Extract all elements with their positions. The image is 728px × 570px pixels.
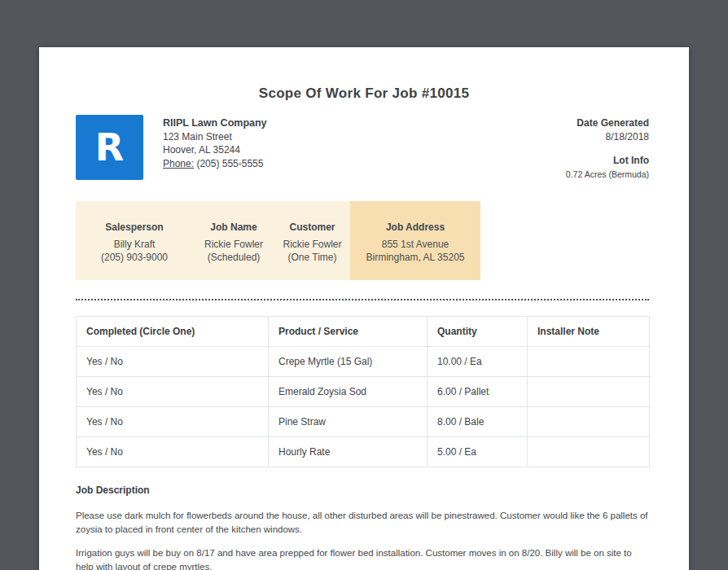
company-phone: Phone: (205) 555-5555 xyxy=(163,157,267,171)
customer-label: Customer xyxy=(274,221,350,234)
company-info-block: RIIPL Lawn Company 123 Main Street Hoove… xyxy=(163,116,267,170)
dotted-divider xyxy=(76,299,649,300)
job-description-section: Job Description Please use dark mulch fo… xyxy=(76,484,650,570)
company-name: RIIPL Lawn Company xyxy=(163,116,267,130)
job-name-column: Job Name Rickie Fowler (Scheduled) xyxy=(193,201,274,280)
date-generated-label: Date Generated xyxy=(566,116,649,130)
document-meta-block: Date Generated 8/18/2018 Lot Info 0.72 A… xyxy=(566,116,649,181)
quantity-cell: 6.00 / Pallet xyxy=(428,377,528,407)
job-info-band: Salesperson Billy Kraft (205) 903-9000 J… xyxy=(76,201,480,280)
quantity-cell: 10.00 / Ea xyxy=(428,347,528,377)
date-generated-value: 8/18/2018 xyxy=(566,130,649,144)
header-installer-note: Installer Note xyxy=(528,317,650,347)
quantity-cell: 5.00 / Ea xyxy=(428,437,528,467)
company-address-line1: 123 Main Street xyxy=(163,130,267,144)
job-description-paragraph-2: Irrigation guys will be buy on 8/17 and … xyxy=(76,546,650,570)
lot-info-value: 0.72 Acres (Bermuda) xyxy=(566,168,649,182)
completed-cell: Yes / No xyxy=(77,437,269,467)
header-product-service: Product / Service xyxy=(269,317,428,347)
completed-cell: Yes / No xyxy=(77,407,269,437)
completed-cell: Yes / No xyxy=(77,347,269,377)
installer-note-cell xyxy=(528,407,650,437)
logo-letter-icon: R xyxy=(95,125,124,169)
document-title: Scope Of Work For Job #10015 xyxy=(39,86,689,102)
customer-type: (One Time) xyxy=(274,251,350,264)
salesperson-column: Salesperson Billy Kraft (205) 903-9000 xyxy=(76,201,193,280)
scope-of-work-table: Completed (Circle One) Product / Service… xyxy=(76,316,650,467)
installer-note-cell xyxy=(528,437,650,467)
salesperson-phone: (205) 903-9000 xyxy=(76,251,193,264)
product-cell: Hourly Rate xyxy=(269,437,428,467)
salesperson-name: Billy Kraft xyxy=(76,238,193,251)
lot-info-label: Lot Info xyxy=(566,154,649,168)
installer-note-cell xyxy=(528,347,650,377)
company-logo: R xyxy=(76,115,143,180)
product-cell: Crepe Myrtle (15 Gal) xyxy=(269,347,428,377)
app-background: { "document": { "title": "Scope Of Work … xyxy=(0,0,728,570)
company-address-line2: Hoover, AL 35244 xyxy=(163,143,267,157)
customer-name: Rickie Fowler xyxy=(274,238,350,251)
header-completed: Completed (Circle One) xyxy=(77,317,269,347)
installer-note-cell xyxy=(528,377,650,407)
quantity-cell: 8.00 / Bale xyxy=(428,407,528,437)
document-page: Scope Of Work For Job #10015 R RIIPL Law… xyxy=(39,47,689,570)
job-address-line2: Birmingham, AL 35205 xyxy=(350,251,480,264)
salesperson-label: Salesperson xyxy=(76,221,193,234)
table-header-row: Completed (Circle One) Product / Service… xyxy=(77,317,650,347)
job-description-heading: Job Description xyxy=(76,484,650,496)
table-row: Yes / No Hourly Rate 5.00 / Ea xyxy=(77,437,650,467)
job-name-label: Job Name xyxy=(193,221,274,234)
table-row: Yes / No Pine Straw 8.00 / Bale xyxy=(77,407,650,437)
job-address-column: Job Address 855 1st Avenue Birmingham, A… xyxy=(350,201,480,280)
customer-column: Customer Rickie Fowler (One Time) xyxy=(274,201,350,280)
job-address-line1: 855 1st Avenue xyxy=(350,238,480,251)
phone-label: Phone: xyxy=(163,158,194,169)
job-name-value: Rickie Fowler xyxy=(193,238,274,251)
product-cell: Pine Straw xyxy=(269,407,428,437)
job-address-label: Job Address xyxy=(350,221,480,234)
job-status: (Scheduled) xyxy=(193,251,274,264)
completed-cell: Yes / No xyxy=(77,377,269,407)
table-row: Yes / No Emerald Zoysia Sod 6.00 / Palle… xyxy=(77,377,650,407)
phone-number: (205) 555-5555 xyxy=(196,158,263,169)
table-row: Yes / No Crepe Myrtle (15 Gal) 10.00 / E… xyxy=(77,347,650,377)
header-quantity: Quantity xyxy=(428,317,528,347)
product-cell: Emerald Zoysia Sod xyxy=(269,377,428,407)
job-description-paragraph-1: Please use dark mulch for flowerbeds aro… xyxy=(76,509,650,537)
